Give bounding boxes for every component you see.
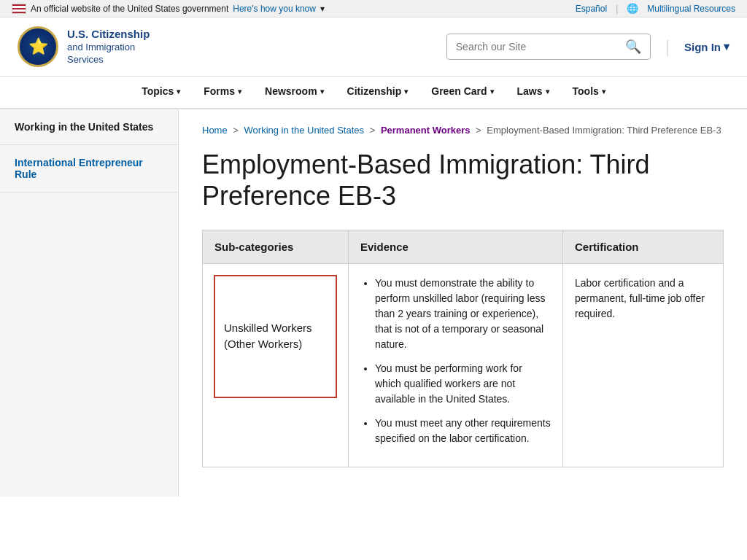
logo-line1: U.S. Citizenship	[67, 27, 150, 42]
subcategory-cell: Unskilled Workers (Other Workers)	[203, 263, 349, 467]
search-input[interactable]	[456, 41, 625, 52]
nav-green-card-label: Green Card	[431, 85, 487, 97]
uscis-seal: ⭐	[18, 26, 58, 67]
us-flag-icon	[12, 4, 26, 14]
gov-banner-text: An official website of the United States…	[31, 4, 228, 14]
nav-citizenship-arrow-icon: ▾	[404, 88, 408, 96]
main-container: Working in the United States Internation…	[0, 109, 747, 497]
breadcrumb-current: Employment-Based Immigration: Third Pref…	[487, 125, 721, 136]
subcategory-highlighted-box: Unskilled Workers (Other Workers)	[214, 275, 337, 398]
evidence-cell: You must demonstrate the ability to perf…	[349, 263, 563, 467]
nav-laws-label: Laws	[517, 85, 543, 97]
header-divider: |	[665, 36, 670, 57]
nav-tools[interactable]: Tools ▾	[561, 77, 617, 108]
nav-tools-label: Tools	[573, 85, 599, 97]
header-right: 🔍 | Sign In ▾	[446, 34, 729, 60]
breadcrumb-sep3: >	[476, 125, 481, 136]
nav-topics[interactable]: Topics ▾	[130, 77, 192, 108]
breadcrumb-sep1: >	[233, 125, 239, 136]
sidebar-item-working[interactable]: Working in the United States	[0, 109, 178, 145]
search-icon[interactable]: 🔍	[625, 39, 641, 55]
table-row: Unskilled Workers (Other Workers) You mu…	[203, 263, 724, 467]
sign-in-arrow-icon: ▾	[724, 40, 729, 53]
breadcrumb-home[interactable]: Home	[202, 125, 228, 136]
sign-in-label: Sign In	[684, 41, 721, 53]
col-evidence-header: Evidence	[349, 230, 563, 263]
nav-topics-label: Topics	[142, 85, 174, 97]
col-subcategories-header: Sub-categories	[203, 230, 349, 263]
nav-laws-arrow-icon: ▾	[546, 88, 549, 96]
nav-green-card[interactable]: Green Card ▾	[419, 77, 505, 108]
main-nav: Topics ▾ Forms ▾ Newsroom ▾ Citizenship …	[0, 77, 747, 109]
nav-forms-arrow-icon: ▾	[238, 88, 241, 96]
nav-newsroom-label: Newsroom	[265, 85, 317, 97]
search-box[interactable]: 🔍	[446, 34, 651, 60]
dropdown-arrow-icon: ▾	[320, 4, 325, 14]
nav-green-card-arrow-icon: ▾	[490, 88, 494, 96]
nav-forms[interactable]: Forms ▾	[192, 77, 253, 108]
gov-banner-left: An official website of the United States…	[12, 4, 325, 14]
breadcrumb: Home > Working in the United States > Pe…	[202, 124, 724, 137]
nav-newsroom-arrow-icon: ▾	[320, 88, 324, 96]
espanol-link[interactable]: Español	[576, 4, 607, 14]
page-title: Employment-Based Immigration: Third Pref…	[202, 149, 724, 211]
certification-cell: Labor certification and a permanent, ful…	[563, 263, 724, 467]
evidence-item-3: You must meet any other requirements spe…	[375, 416, 551, 446]
nav-laws[interactable]: Laws ▾	[506, 77, 561, 108]
sign-in-button[interactable]: Sign In ▾	[684, 40, 729, 53]
nav-tools-arrow-icon: ▾	[602, 88, 605, 96]
how-you-know-link[interactable]: Here's how you know	[233, 4, 316, 14]
nav-citizenship[interactable]: Citizenship ▾	[336, 77, 420, 108]
subcategory-label: Unskilled Workers (Other Workers)	[224, 322, 312, 351]
logo-line3: Services	[67, 54, 150, 66]
breadcrumb-permanent[interactable]: Permanent Workers	[381, 125, 471, 136]
sidebar-item-entrepreneur[interactable]: International Entrepreneur Rule	[0, 145, 178, 192]
site-header: ⭐ U.S. Citizenship and Immigration Servi…	[0, 18, 747, 77]
nav-citizenship-label: Citizenship	[347, 85, 402, 97]
multilingual-link[interactable]: Multilingual Resources	[647, 4, 735, 14]
evidence-item-2: You must be performing work for which qu…	[375, 361, 551, 407]
sidebar: Working in the United States Internation…	[0, 109, 179, 497]
logo-line2: and Immigration	[67, 42, 150, 54]
logo-text: U.S. Citizenship and Immigration Service…	[67, 27, 150, 66]
gov-banner-right: Español | 🌐 Multilingual Resources	[576, 3, 735, 14]
nav-topics-arrow-icon: ▾	[177, 88, 180, 96]
nav-forms-label: Forms	[204, 85, 235, 97]
banner-divider: |	[616, 4, 618, 14]
col-certification-header: Certification	[563, 230, 724, 263]
breadcrumb-working[interactable]: Working in the United States	[244, 125, 365, 136]
sidebar-entrepreneur-label: International Entrepreneur Rule	[15, 157, 143, 180]
logo-area: ⭐ U.S. Citizenship and Immigration Servi…	[18, 26, 150, 67]
nav-newsroom[interactable]: Newsroom ▾	[253, 77, 336, 108]
evidence-list: You must demonstrate the ability to perf…	[360, 276, 551, 446]
breadcrumb-sep2: >	[370, 125, 376, 136]
gov-banner: An official website of the United States…	[0, 0, 747, 18]
sidebar-working-label: Working in the United States	[15, 121, 153, 133]
evidence-item-1: You must demonstrate the ability to perf…	[375, 276, 551, 352]
page-content: Home > Working in the United States > Pe…	[179, 109, 747, 497]
eb3-table: Sub-categories Evidence Certification Un…	[202, 230, 724, 467]
seal-icon: ⭐	[28, 37, 48, 56]
globe-icon: 🌐	[627, 3, 638, 14]
